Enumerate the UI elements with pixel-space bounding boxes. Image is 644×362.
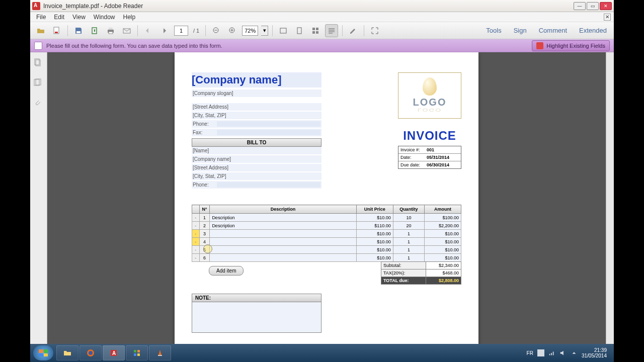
tray-chevron-icon[interactable] (571, 349, 578, 356)
menu-window[interactable]: Window (91, 13, 118, 22)
row-amount: $10.00 (425, 238, 461, 246)
delete-row-button[interactable]: - (192, 254, 200, 262)
company-fax-field[interactable] (217, 130, 320, 135)
thumbnails-icon[interactable] (34, 58, 44, 68)
row-quantity-field[interactable]: 1 (393, 254, 424, 262)
row-quantity-field[interactable]: 20 (393, 222, 424, 230)
menu-file[interactable]: File (33, 13, 49, 22)
company-street-field[interactable]: [Street Address] (192, 103, 321, 111)
zoom-level[interactable]: 72% (242, 26, 258, 36)
extended-panel-link[interactable]: Extended (576, 25, 610, 36)
row-unit-price-field[interactable]: $10.00 (356, 238, 393, 246)
export-icon[interactable] (88, 24, 101, 37)
close-button[interactable]: ✕ (600, 2, 612, 10)
highlight-fields-button[interactable]: Highlight Existing Fields (532, 40, 610, 51)
delete-row-button[interactable]: - (192, 222, 200, 230)
fullscreen-icon[interactable] (368, 24, 381, 37)
sign-panel-link[interactable]: Sign (511, 25, 530, 36)
print-icon[interactable] (104, 24, 117, 37)
taskbar-adobe-reader-icon[interactable]: A (103, 345, 125, 360)
zoom-dropdown-icon[interactable]: ▾ (261, 26, 268, 36)
read-mode-icon[interactable] (325, 24, 338, 37)
row-unit-price-field[interactable]: $10.00 (356, 254, 393, 262)
fit-page-icon[interactable] (293, 24, 306, 37)
company-phone-field[interactable] (217, 121, 320, 127)
billto-street-field[interactable]: [Street Address] (192, 164, 321, 171)
page-number-input[interactable] (174, 26, 188, 36)
menu-view[interactable]: View (69, 13, 89, 22)
comment-panel-link[interactable]: Comment (536, 25, 570, 36)
doc-close-button[interactable]: ✕ (604, 14, 611, 21)
logo-placeholder[interactable]: LOGO LOGO (398, 72, 461, 119)
tray-clock[interactable]: 21:39 31/05/2014 (582, 347, 607, 358)
row-description-field[interactable] (210, 254, 356, 262)
row-unit-price-field[interactable]: $10.00 (356, 246, 393, 254)
row-amount: $100.00 (425, 214, 461, 222)
billto-csz-field[interactable]: [City, Stat, ZIP] (192, 172, 321, 180)
taskbar-app-icon[interactable] (126, 345, 148, 360)
zoom-out-icon[interactable] (210, 24, 223, 37)
table-row: -2Description$110.0020$2,200.00 (192, 222, 461, 230)
annotate-icon[interactable] (347, 24, 360, 37)
company-name-field[interactable]: [Company name] (192, 72, 321, 87)
taskbar-explorer-icon[interactable] (56, 345, 78, 360)
taskbar-firefox-icon[interactable] (79, 345, 102, 360)
row-unit-price-field[interactable]: $10.00 (356, 214, 393, 222)
zoom-in-icon[interactable] (226, 24, 239, 37)
company-slogan-field[interactable]: [Company slogan] (192, 89, 321, 97)
menu-edit[interactable]: Edit (51, 13, 67, 22)
start-button[interactable] (33, 345, 53, 360)
row-unit-price-field[interactable]: $10.00 (356, 230, 393, 238)
svg-rect-27 (158, 355, 162, 356)
next-page-icon[interactable] (158, 24, 171, 37)
tray-volume-icon[interactable] (559, 349, 567, 356)
row-description-field[interactable]: Description (210, 222, 356, 230)
delete-row-button[interactable]: - (192, 246, 200, 254)
invoice-due-field[interactable]: 06/30/2014 (427, 162, 459, 167)
bookmarks-icon[interactable] (34, 78, 44, 88)
row-quantity-field[interactable]: 1 (393, 246, 424, 254)
billto-phone-field[interactable] (217, 182, 320, 188)
row-description-field[interactable] (210, 238, 356, 246)
row-description-field[interactable]: Description (210, 214, 356, 222)
logo-reflection: LOGO (418, 108, 442, 113)
billto-company-field[interactable]: [Company name] (192, 155, 321, 163)
scroll-mode-icon[interactable] (309, 24, 322, 37)
prev-page-icon[interactable] (142, 24, 155, 37)
email-icon[interactable] (120, 24, 133, 37)
invoice-num-field[interactable]: 001 (427, 147, 459, 152)
delete-row-button[interactable]: - (192, 238, 200, 246)
col-description: Description (210, 205, 356, 214)
row-quantity-field[interactable]: 1 (393, 238, 424, 246)
delete-row-button[interactable]: - (192, 214, 200, 222)
maximize-button[interactable]: ▭ (587, 2, 599, 10)
col-unit-price: Unit Price (356, 205, 393, 214)
save-icon[interactable] (72, 24, 85, 37)
minimize-button[interactable]: — (574, 2, 586, 10)
delete-row-button[interactable]: - (192, 230, 200, 238)
tray-flag-icon[interactable] (537, 349, 544, 356)
row-unit-price-field[interactable]: $110.00 (356, 222, 393, 230)
attachments-icon[interactable] (34, 99, 44, 109)
billto-name-field[interactable]: [Name] (192, 147, 321, 154)
row-description-field[interactable] (210, 230, 356, 238)
row-description-field[interactable] (210, 246, 356, 254)
tools-panel-link[interactable]: Tools (483, 25, 504, 36)
tray-network-icon[interactable] (548, 349, 555, 356)
invoice-date-field[interactable]: 05/31/2014 (427, 155, 459, 160)
document-viewport[interactable]: [Company name] [Company slogan] [Street … (47, 52, 606, 344)
fit-width-icon[interactable] (277, 24, 290, 37)
tray-lang[interactable]: FR (527, 350, 533, 356)
add-item-button[interactable]: Add item (209, 266, 244, 276)
taskbar-vlc-icon[interactable] (149, 345, 171, 360)
open-icon[interactable] (34, 24, 47, 37)
vertical-scrollbar[interactable] (606, 52, 614, 344)
create-pdf-icon[interactable] (50, 24, 63, 37)
row-quantity-field[interactable]: 10 (393, 214, 424, 222)
company-csz-field[interactable]: [City, Stat, ZIP] (192, 112, 321, 119)
tray-date: 31/05/2014 (582, 353, 607, 358)
menu-help[interactable]: Help (120, 13, 139, 22)
note-field[interactable] (192, 302, 321, 333)
logo-egg-icon (423, 77, 437, 96)
row-quantity-field[interactable]: 1 (393, 230, 424, 238)
